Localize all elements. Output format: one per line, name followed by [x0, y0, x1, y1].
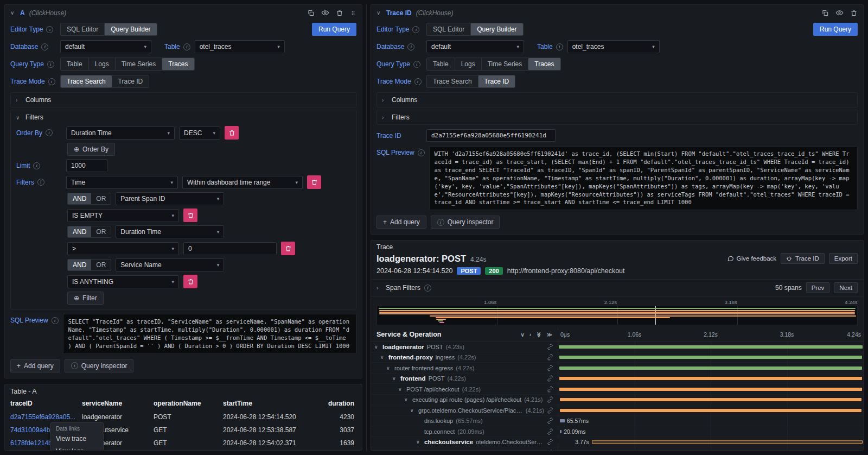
expand-one-icon[interactable]: › [529, 332, 531, 338]
span-bar[interactable] [559, 345, 863, 349]
link-icon[interactable] [547, 428, 558, 435]
span-bar[interactable] [560, 398, 861, 401]
column-divider[interactable] [366, 4, 367, 451]
columns-section-toggle[interactable]: › Columns [376, 92, 858, 108]
query-type-traces[interactable]: Traces [162, 58, 194, 70]
remove-condition-button[interactable] [183, 208, 197, 222]
columns-section-toggle[interactable]: › Columns [10, 92, 356, 108]
span-bar[interactable] [560, 409, 861, 412]
and-or-toggle[interactable]: ANDOR [67, 193, 111, 205]
chevron-down-icon[interactable]: ∨ [404, 397, 410, 402]
condition-value-input[interactable] [183, 242, 277, 255]
span-bar[interactable] [559, 356, 863, 359]
export-button[interactable]: Export [829, 253, 858, 264]
filter-value-select[interactable]: Within dashboard time range▾ [182, 176, 303, 189]
column-header[interactable]: traceID [10, 397, 82, 410]
query-type-time-series[interactable]: Time Series [115, 58, 162, 70]
span-bar[interactable] [592, 440, 863, 444]
query-type-logs[interactable]: Logs [88, 58, 115, 70]
prev-button[interactable]: Prev [806, 282, 830, 293]
link-icon[interactable] [547, 418, 558, 424]
span-row[interactable]: ∨ frontend POST (4.22s) [371, 374, 863, 384]
link-icon[interactable] [547, 375, 558, 382]
filters-section-toggle[interactable]: ∨ Filters [11, 110, 356, 124]
link-icon[interactable] [547, 407, 558, 414]
link-icon[interactable] [547, 365, 558, 371]
and-or-toggle[interactable]: ANDOR [67, 226, 111, 238]
column-header[interactable]: duration [316, 397, 356, 410]
collapse-query-icon[interactable]: ∨ [10, 10, 16, 16]
query-inspector-button[interactable]: iQuery inspector [65, 359, 134, 372]
filters-section-toggle[interactable]: › Filters [376, 110, 858, 125]
span-row[interactable]: ∨ grpc.oteldemo.CheckoutService/PlaceOrd… [371, 405, 863, 416]
filter-field-select[interactable]: Time▾ [66, 176, 178, 189]
hide-query-eye-icon[interactable] [321, 9, 329, 17]
chevron-down-icon[interactable]: ∨ [392, 376, 398, 381]
column-header[interactable]: startTime [223, 397, 316, 410]
link-icon[interactable] [547, 344, 558, 350]
query-builder-option[interactable]: Query Builder [104, 23, 156, 35]
remove-filter-button[interactable] [307, 175, 321, 189]
link-icon[interactable] [547, 396, 558, 403]
span-row[interactable]: ∨ frontend-proxy ingress (4.22s) [371, 352, 863, 363]
trace-id-link[interactable]: d2a7155ef6a928a05... [10, 410, 82, 424]
query-type-time-series[interactable]: Time Series [481, 58, 528, 70]
order-by-field-select[interactable]: Duration Time▾ [66, 127, 175, 140]
collapse-all-icon[interactable]: ≫ [536, 332, 542, 337]
add-order-by-button[interactable]: ⊕Order By [67, 143, 115, 156]
span-row[interactable]: ∨ prepareOrderItemsAndShippingQuoteFromC… [371, 447, 863, 450]
trace-minimap[interactable]: 1.06s 2.12s 3.18s 4.24s [376, 299, 858, 325]
span-bar[interactable] [559, 366, 863, 370]
query-type-table[interactable]: Table [427, 58, 455, 70]
chevron-down-icon[interactable]: ∨ [380, 355, 386, 360]
span-row[interactable]: ∨ executing api route (pages) /api/check… [371, 395, 863, 406]
add-query-button[interactable]: +Add query [376, 216, 426, 229]
delete-query-icon[interactable] [850, 9, 858, 17]
give-feedback-button[interactable]: Give feedback [727, 255, 777, 262]
query-builder-option[interactable]: Query Builder [470, 23, 522, 35]
order-by-direction-select[interactable]: DESC▾ [179, 127, 220, 140]
table-select[interactable]: otel_traces▾ [567, 40, 660, 53]
condition-field-select[interactable]: Duration Time▾ [116, 225, 224, 238]
add-filter-button[interactable]: ⊕Filter [67, 292, 104, 305]
chevron-down-icon[interactable]: ∨ [410, 408, 416, 413]
expand-all-icon[interactable]: ≫ [547, 332, 552, 338]
span-bar[interactable] [559, 377, 862, 380]
span-row[interactable]: ∨ router frontend egress (4.22s) [371, 363, 863, 374]
chevron-down-icon[interactable]: ∨ [386, 365, 392, 371]
query-type-traces[interactable]: Traces [528, 58, 560, 70]
span-bar[interactable] [559, 388, 862, 391]
condition-field-select[interactable]: Parent Span ID▾ [116, 192, 224, 205]
span-row[interactable]: ∨ loadgenerator POST (4.23s) [371, 342, 863, 352]
remove-condition-button[interactable] [281, 242, 295, 255]
view-trace-menu-item[interactable]: View trace [51, 433, 103, 445]
database-select[interactable]: default▾ [426, 40, 524, 53]
add-query-button[interactable]: +Add query [10, 359, 60, 372]
column-header[interactable]: operationName [154, 397, 223, 410]
span-filters-toggle[interactable]: › Span Filters i 50 spans Prev Next [371, 279, 863, 296]
limit-input[interactable] [66, 159, 107, 172]
column-header[interactable]: serviceName [82, 397, 154, 410]
condition-operator-select[interactable]: IS ANYTHING▾ [67, 275, 179, 288]
run-query-button[interactable]: Run Query [813, 23, 858, 36]
trace-id-button[interactable]: Trace ID [781, 253, 825, 264]
condition-operator-select[interactable]: >▾ [67, 242, 179, 255]
sql-editor-option[interactable]: SQL Editor [427, 23, 470, 35]
view-logs-menu-item[interactable]: View logs [51, 445, 103, 451]
collapse-query-icon[interactable]: ∨ [376, 10, 382, 16]
drag-handle-icon[interactable] [350, 9, 356, 17]
delete-query-icon[interactable] [336, 9, 343, 17]
link-icon[interactable] [547, 450, 558, 450]
chevron-down-icon[interactable]: ∨ [398, 387, 404, 392]
remove-order-by-button[interactable] [225, 126, 239, 140]
link-icon[interactable] [547, 386, 558, 393]
span-row[interactable]: ∨ checkoutservice oteldemo.CheckoutServi… [371, 437, 863, 448]
duplicate-query-icon[interactable] [307, 9, 315, 17]
collapse-one-icon[interactable]: ∨ [520, 332, 524, 338]
span-row[interactable]: ∨ POST /api/checkout (4.22s) [371, 384, 863, 395]
run-query-button[interactable]: Run Query [312, 23, 356, 36]
chevron-down-icon[interactable]: ∨ [416, 439, 422, 445]
remove-condition-button[interactable] [183, 275, 197, 288]
trace-search-option[interactable]: Trace Search [61, 75, 112, 87]
span-row[interactable]: ∨ tcp.connect (20.09ms) 20.09ms [371, 426, 863, 437]
